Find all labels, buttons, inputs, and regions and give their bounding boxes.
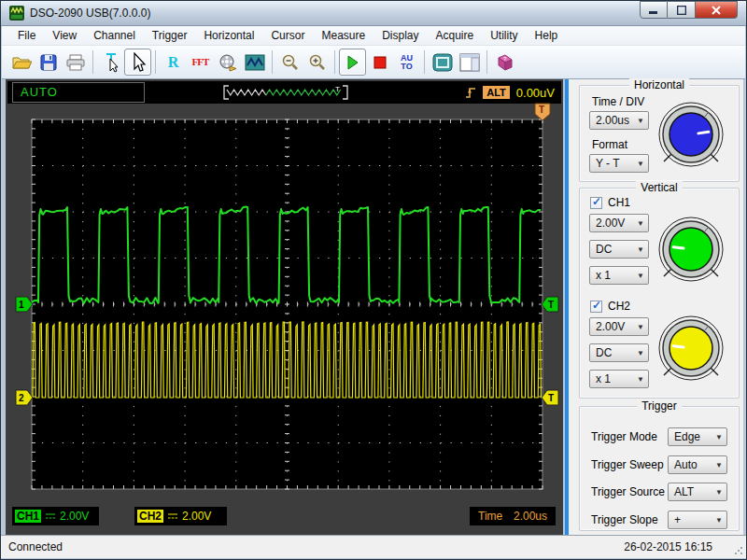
- menu-item-trigger[interactable]: Trigger: [144, 26, 196, 45]
- ch2-ground-marker[interactable]: 2: [16, 390, 33, 405]
- time-div-select[interactable]: 2.00us▼: [589, 111, 649, 130]
- vertical-group-title: Vertical: [636, 181, 682, 194]
- window-layout-icon: [459, 53, 480, 72]
- ch1-probe-select[interactable]: x 1▼: [589, 266, 649, 285]
- trigger-source-select[interactable]: ALT▼: [668, 483, 727, 501]
- close-icon: [712, 6, 721, 15]
- app-window: DSO-2090 USB(7.0.0.0) File View Channel …: [0, 0, 747, 560]
- menu-item-channel[interactable]: Channel: [85, 26, 144, 45]
- trigger-group-title: Trigger: [637, 399, 682, 413]
- window-title: DSO-2090 USB(7.0.0.0): [30, 7, 150, 20]
- menu-item-file[interactable]: File: [9, 26, 44, 45]
- horizontal-group-title: Horizontal: [629, 78, 689, 91]
- pointer-button[interactable]: [124, 49, 151, 76]
- fullscreen-icon: [432, 53, 453, 72]
- cursor-measure-button[interactable]: [97, 49, 124, 76]
- ch1-trigger-level-marker[interactable]: T: [542, 297, 558, 312]
- scope-panel: AUTO T ALT 0.00uV 12TTT CH1 2.00V: [6, 79, 563, 535]
- close-button[interactable]: [696, 1, 738, 19]
- svg-text:T: T: [539, 105, 544, 115]
- ch2-scale: 2.00V: [596, 320, 625, 333]
- waveform-window-button[interactable]: [241, 49, 268, 76]
- trigger-sweep-value: Auto: [674, 458, 698, 471]
- ch2-chip: CH2: [137, 510, 163, 523]
- minimize-button[interactable]: [640, 1, 668, 19]
- zoom-out-button[interactable]: [276, 49, 303, 76]
- trigger-source-value: ALT: [674, 485, 694, 498]
- fullscreen-button[interactable]: [429, 49, 456, 76]
- ch1-position-knob[interactable]: [655, 213, 727, 286]
- dc-coupling-icon: [45, 512, 56, 520]
- ch2-coupling-select[interactable]: DC▼: [589, 343, 649, 362]
- stop-icon: [374, 56, 387, 69]
- save-button[interactable]: [35, 49, 62, 76]
- ch1-scale-select[interactable]: 2.00V▼: [589, 214, 649, 232]
- svg-text:T: T: [548, 300, 554, 310]
- trigger-position-marker[interactable]: T: [535, 104, 550, 120]
- menu-item-horizontal[interactable]: Horizontal: [195, 26, 262, 45]
- maximize-button[interactable]: [668, 1, 696, 19]
- ch1-ground-marker[interactable]: 1: [16, 297, 33, 312]
- layout-button[interactable]: [456, 49, 483, 76]
- ch2-scale-readout: CH2 2.00V: [134, 507, 227, 525]
- svg-text:T: T: [548, 393, 554, 403]
- menu-item-measure[interactable]: Measure: [313, 26, 374, 45]
- timebase-readout: Time 2.00us: [470, 507, 556, 525]
- ch1-coupling-select[interactable]: DC▼: [589, 240, 649, 259]
- print-icon: [65, 53, 86, 72]
- format-select[interactable]: Y - T▼: [589, 154, 649, 173]
- toolbar-separator: [92, 50, 93, 74]
- menu-item-cursor[interactable]: Cursor: [262, 26, 313, 45]
- menu-item-acquire[interactable]: Acquire: [428, 26, 483, 45]
- trigger-sweep-select[interactable]: Auto▼: [668, 455, 727, 474]
- r-icon: R: [168, 55, 179, 70]
- time-label: Time: [478, 510, 502, 523]
- open-button[interactable]: [7, 49, 35, 76]
- datetime-readout: 26-02-2015 16:15: [624, 540, 712, 553]
- trigger-slope-select[interactable]: +▼: [668, 511, 727, 529]
- resize-grip[interactable]: [733, 545, 744, 556]
- zoom-in-button[interactable]: [303, 49, 331, 76]
- trigger-mode-select[interactable]: Edge▼: [668, 427, 727, 446]
- status-bar: Connected 26-02-2015 16:15: [1, 535, 746, 558]
- ch1-checkbox[interactable]: [590, 197, 602, 209]
- menu-item-help[interactable]: Help: [527, 26, 567, 45]
- start-button[interactable]: [339, 49, 366, 76]
- help-button[interactable]: ?: [491, 49, 518, 76]
- open-folder-icon: [11, 53, 32, 72]
- toolbar-separator: [486, 50, 487, 74]
- zoom-in-icon: [308, 53, 327, 72]
- print-button[interactable]: [62, 49, 89, 76]
- ch2-checkbox[interactable]: [590, 301, 602, 313]
- ch2-trigger-level-marker[interactable]: T: [542, 390, 558, 405]
- toolbar: R FFT: [2, 46, 745, 79]
- chevron-down-icon: ▼: [637, 117, 644, 125]
- ch2-coupling: DC: [596, 346, 612, 359]
- save-icon: [39, 53, 58, 72]
- toolbar-separator: [272, 50, 273, 74]
- ch2-checkbox-label: CH2: [608, 300, 630, 313]
- play-icon: [345, 55, 360, 70]
- menu-item-view[interactable]: View: [44, 26, 85, 45]
- ch2-scale-select[interactable]: 2.00V▼: [589, 317, 649, 336]
- time-div-label: Time / DIV: [592, 95, 644, 108]
- ch2-probe-select[interactable]: x 1▼: [589, 370, 649, 388]
- record-button[interactable]: [214, 49, 241, 76]
- ch1-scale-value: 2.00V: [60, 510, 89, 523]
- main-area: AUTO T ALT 0.00uV 12TTT CH1 2.00V: [6, 79, 743, 535]
- chevron-down-icon: ▼: [637, 323, 644, 331]
- zoom-out-icon: [281, 53, 300, 72]
- trigger-slope-label: Trigger Slope: [591, 513, 658, 526]
- trigger-source-label: Trigger Source: [591, 485, 665, 498]
- ch2-position-knob[interactable]: [655, 312, 727, 385]
- chevron-down-icon: ▼: [637, 160, 644, 168]
- horizontal-knob[interactable]: [655, 98, 727, 171]
- menu-item-utility[interactable]: Utility: [482, 26, 526, 45]
- maximize-icon: [677, 6, 686, 15]
- autoset-button[interactable]: AUTO: [393, 49, 420, 76]
- menu-item-display[interactable]: Display: [374, 26, 427, 45]
- stop-button[interactable]: [366, 49, 393, 76]
- ch1-coupling: DC: [596, 243, 612, 256]
- fft-button[interactable]: FFT: [187, 49, 214, 76]
- auto-setup-button[interactable]: R: [160, 49, 187, 76]
